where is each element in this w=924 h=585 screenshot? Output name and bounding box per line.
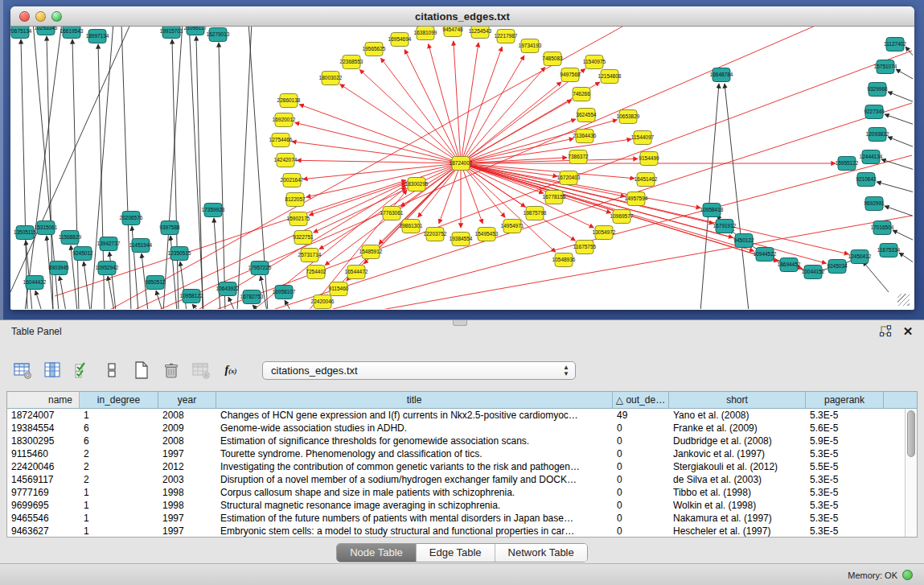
network-node[interactable]: 19861301 xyxy=(400,220,423,233)
network-node[interactable]: 9329966 xyxy=(867,83,888,97)
network-node[interactable]: 15751074 xyxy=(874,60,897,74)
network-node[interactable]: 12203752 xyxy=(424,228,447,241)
table-cell[interactable]: 6 xyxy=(80,435,158,447)
network-node[interactable]: 8903945 xyxy=(48,262,69,275)
network-node[interactable]: 13054972 xyxy=(593,226,616,240)
table-cell[interactable]: 1 xyxy=(80,512,158,525)
network-node[interactable]: 11675334 xyxy=(877,244,901,257)
network-node[interactable]: 16782753 xyxy=(240,290,264,304)
network-node[interactable]: 15955122 xyxy=(836,157,859,171)
show-columns-button[interactable] xyxy=(41,359,64,381)
network-node[interactable]: 9692991 xyxy=(864,197,885,211)
table-cell[interactable]: 1 xyxy=(80,499,158,512)
table-cell[interactable]: 5.5E-5 xyxy=(806,460,884,473)
table-cell[interactable]: 1 xyxy=(80,486,158,499)
table-cell[interactable]: 9777169 xyxy=(7,486,80,499)
table-cell[interactable]: de Silva et al. (2003) xyxy=(669,473,806,486)
network-node[interactable]: 10944522 xyxy=(754,248,777,262)
table-cell[interactable]: 2009 xyxy=(158,422,216,435)
network-node[interactable]: 16381099 xyxy=(414,27,437,40)
column-header-short[interactable]: short xyxy=(669,392,806,409)
table-cell[interactable]: 5.6E-5 xyxy=(806,422,884,435)
table-cell[interactable]: 2 xyxy=(80,460,158,473)
table-cell[interactable]: 49 xyxy=(613,409,669,422)
table-cell[interactable]: 22420046 xyxy=(7,460,80,473)
network-node[interactable]: 16619543 xyxy=(60,27,84,39)
table-cell[interactable]: 9699695 xyxy=(7,499,80,512)
network-node[interactable]: 9245034 xyxy=(827,260,848,274)
function-builder-button[interactable]: f(x) xyxy=(220,359,242,381)
network-node[interactable]: 18003022 xyxy=(319,72,343,85)
network-node[interactable]: 16920012 xyxy=(273,113,296,127)
table-cell[interactable]: 14569117 xyxy=(7,473,80,486)
network-node[interactable]: 16451462 xyxy=(634,173,658,187)
network-node[interactable]: 17957225 xyxy=(248,262,272,275)
network-node[interactable]: 20021647 xyxy=(281,174,304,187)
column-header-pagerank[interactable]: pagerank xyxy=(806,392,884,409)
table-cell[interactable]: Hescheler et al. (1997) xyxy=(669,525,806,538)
network-node[interactable]: 15495453 xyxy=(475,228,499,241)
network-node[interactable]: 19565625 xyxy=(363,43,386,56)
network-node[interactable]: 746266 xyxy=(573,88,590,101)
table-row[interactable]: 2242004622012Investigating the contribut… xyxy=(7,460,917,473)
network-node[interactable]: 18300295 xyxy=(405,178,429,192)
network-node[interactable]: 10253345 xyxy=(35,27,58,35)
table-cell[interactable]: Estimation of significance thresholds fo… xyxy=(216,435,613,447)
table-row[interactable]: 1456911722003Disruption of a novel membe… xyxy=(7,473,917,486)
network-node[interactable]: 7485083 xyxy=(542,52,563,66)
table-row[interactable]: 969969511998Structural magnetic resonanc… xyxy=(7,499,917,512)
network-node[interactable]: 11540975 xyxy=(583,56,606,69)
network-node[interactable]: 22420046 xyxy=(311,295,335,309)
memory-indicator-icon[interactable] xyxy=(902,570,913,580)
table-cell[interactable]: 9463627 xyxy=(7,525,80,538)
table-cell[interactable]: 0 xyxy=(613,512,669,525)
column-header-in_degree[interactable]: in_degree xyxy=(80,392,158,409)
table-cell[interactable]: Franke et al. (2009) xyxy=(669,422,806,435)
table-cell[interactable]: 0 xyxy=(613,486,669,499)
table-cell[interactable]: Wolkin et al. (1998) xyxy=(669,499,806,512)
network-node[interactable]: 15902175 xyxy=(287,212,310,226)
network-node[interactable]: 16954694 xyxy=(388,33,412,47)
column-header-title[interactable]: title xyxy=(216,392,613,409)
table-row[interactable]: 946362711997Embryonic stem cells: a mode… xyxy=(7,525,917,538)
network-node[interactable]: 18694452 xyxy=(778,258,801,272)
network-node[interactable]: 11568829 xyxy=(59,231,82,245)
network-node[interactable]: 12217987 xyxy=(495,30,518,43)
table-cell[interactable]: 9465546 xyxy=(7,512,80,525)
table-cell[interactable]: 5.3E-5 xyxy=(806,525,884,538)
network-node[interactable]: 21364436 xyxy=(573,130,597,143)
table-cell[interactable]: Dudbridge et al. (2008) xyxy=(669,435,806,447)
network-node[interactable]: 14954971 xyxy=(501,220,524,233)
table-cell[interactable]: 5.3E-5 xyxy=(806,473,884,486)
network-node[interactable]: 10969577 xyxy=(610,210,634,224)
tab-edge-table[interactable]: Edge Table xyxy=(417,544,495,562)
network-node[interactable]: 9245012 xyxy=(72,247,93,261)
table-cell[interactable]: 1 xyxy=(80,409,158,422)
table-cell[interactable]: 9115460 xyxy=(7,447,80,460)
table-cell[interactable]: 5.3E-5 xyxy=(806,486,884,499)
network-window[interactable]: citations_edges.txt 22860138169200121275… xyxy=(10,6,914,310)
table-cell[interactable]: Tibbo et al. (1998) xyxy=(669,486,806,499)
network-node[interactable]: 9115460 xyxy=(329,282,349,296)
column-header-out_de[interactable]: △ out_de… xyxy=(613,392,669,409)
table-cell[interactable]: 2003 xyxy=(158,473,216,486)
table-cell[interactable]: 19384554 xyxy=(7,422,80,435)
table-cell[interactable]: 5.3E-5 xyxy=(806,499,884,512)
table-cell[interactable]: 1997 xyxy=(158,512,216,525)
tab-node-table[interactable]: Node Table xyxy=(337,544,417,562)
table-cell[interactable]: 1998 xyxy=(158,486,216,499)
network-node[interactable]: 12444134 xyxy=(860,150,883,164)
network-node[interactable]: 16544472 xyxy=(345,266,368,279)
table-cell[interactable]: 0 xyxy=(613,499,669,512)
network-node[interactable]: 8122057 xyxy=(285,193,306,207)
network-node[interactable]: 17016504 xyxy=(871,221,894,235)
network-node[interactable]: 22368553 xyxy=(340,56,363,69)
table-cell[interactable]: 1997 xyxy=(158,525,216,538)
network-node[interactable]: 12093832 xyxy=(866,128,889,142)
network-node[interactable]: 15315061 xyxy=(35,221,58,235)
network-node[interactable]: 13505115 xyxy=(14,226,37,240)
network-node[interactable]: 18724007 xyxy=(450,157,473,171)
table-cell[interactable]: 6 xyxy=(80,422,158,435)
network-node[interactable]: 22860138 xyxy=(277,94,301,108)
network-node[interactable]: 17763061 xyxy=(380,207,404,220)
